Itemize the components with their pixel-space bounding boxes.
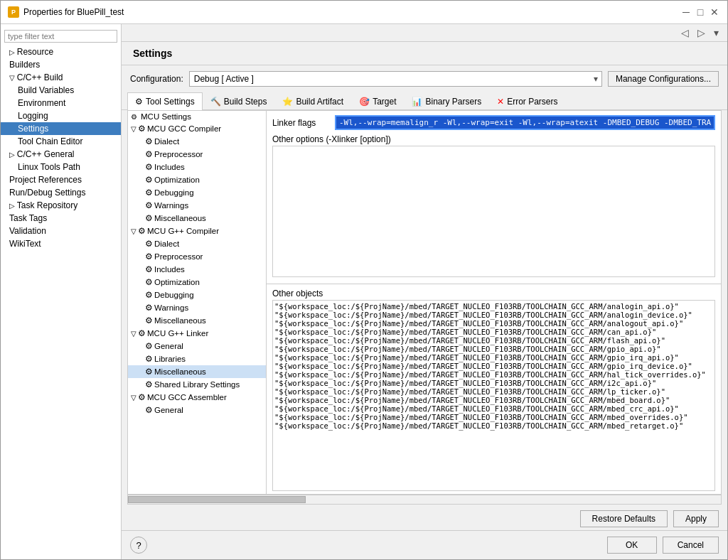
list-item: "${workspace_loc:/${ProjName}/mbed/TARGE…	[274, 396, 713, 404]
sidebar-item-project-references[interactable]: Project References	[1, 173, 121, 186]
forward-button[interactable]: ▷	[695, 26, 708, 40]
list-item: "${workspace_loc:/${ProjName}/mbed/TARGE…	[274, 362, 713, 370]
gear-icon: ⚙	[145, 316, 153, 325]
tree-item-warnings-2[interactable]: ⚙ Warnings	[128, 301, 266, 314]
horizontal-scrollbar[interactable]	[127, 495, 722, 505]
sidebar-item-environment[interactable]: Environment	[1, 97, 121, 109]
tab-build-steps[interactable]: 🔨 Build Steps	[203, 92, 275, 110]
apply-button[interactable]: Apply	[673, 510, 719, 527]
tree-item-dialect-2[interactable]: ⚙ Dialect	[128, 237, 266, 250]
expand-arrow-ccpp: ▽	[9, 74, 17, 82]
gear-icon: ⚙	[145, 188, 153, 198]
sidebar-item-linux-tools[interactable]: Linux Tools Path	[1, 161, 121, 173]
gear-icon: ⚙	[145, 200, 153, 210]
tab-error-parsers[interactable]: ✕ Error Parsers	[489, 92, 565, 110]
tree-item-misc-2[interactable]: ⚙ Miscellaneous	[128, 314, 266, 327]
sidebar-item-validation[interactable]: Validation	[1, 225, 121, 237]
other-options-textarea[interactable]	[272, 146, 715, 277]
nav-bar: ◁ ▷ ▾	[122, 24, 727, 42]
list-item: "${workspace_loc:/${ProjName}/mbed/TARGE…	[274, 319, 713, 328]
action-buttons-row: Restore Defaults Apply	[122, 507, 727, 530]
sidebar-item-run-debug[interactable]: Run/Debug Settings	[1, 186, 121, 199]
linker-flags-label: Linker flags	[272, 118, 329, 128]
tree-item-dialect-1[interactable]: ⚙ Dialect	[128, 135, 266, 148]
back-button[interactable]: ◁	[678, 26, 692, 40]
tab-binary-parsers[interactable]: 📊 Binary Parsers	[404, 92, 489, 110]
gear-icon: ⚙	[145, 252, 153, 262]
sidebar-item-build-variables[interactable]: Build Variables	[1, 84, 121, 97]
binary-parsers-icon: 📊	[412, 97, 422, 107]
list-item: "${workspace_loc:/${ProjName}/mbed/TARGE…	[274, 370, 713, 379]
tree-item-shared-library[interactable]: ⚙ Shared Library Settings	[128, 378, 266, 391]
tab-tool-settings[interactable]: ⚙ Tool Settings	[127, 92, 203, 110]
sidebar-item-resource[interactable]: ▷ Resource	[1, 45, 121, 58]
tab-build-artifact[interactable]: ⭐ Build Artifact	[274, 92, 351, 110]
other-options-label: Other options (-Xlinker [option])	[272, 134, 715, 144]
help-button[interactable]: ?	[130, 537, 147, 554]
tree-item-preprocessor-1[interactable]: ⚙ Preprocessor	[128, 148, 266, 161]
tree-item-mcu-gpp-linker[interactable]: ▽ ⚙ MCU G++ Linker	[128, 327, 266, 340]
tree-item-mcu-settings[interactable]: ⚙ MCU Settings	[128, 111, 266, 122]
sidebar: ▷ Resource Builders ▽ C/C++ Build Build …	[1, 24, 122, 559]
close-button[interactable]: ✕	[709, 6, 720, 18]
list-item: "${workspace_loc:/${ProjName}/mbed/TARGE…	[274, 404, 713, 413]
tree-item-mcu-gpp-compiler[interactable]: ▽ ⚙ MCU G++ Compiler	[128, 225, 266, 237]
sidebar-item-ccpp-general[interactable]: ▷ C/C++ General	[1, 148, 121, 161]
linker-flags-input[interactable]	[335, 115, 715, 130]
list-item: "${workspace_loc:/${ProjName}/mbed/TARGE…	[274, 328, 713, 336]
titlebar-controls[interactable]: ─ □ ✕	[680, 6, 720, 18]
filter-input[interactable]	[4, 30, 117, 43]
maximize-button[interactable]: □	[695, 6, 706, 18]
sidebar-item-settings[interactable]: Settings	[1, 122, 121, 135]
list-item: "${workspace_loc:/${ProjName}/mbed/TARGE…	[274, 336, 713, 345]
expand-arrow: ▷	[9, 48, 17, 56]
window-title: Properties for BluePill_test	[23, 7, 124, 17]
scrollbar-thumb[interactable]	[128, 496, 306, 503]
cancel-button[interactable]: Cancel	[663, 537, 719, 554]
tree-item-debugging-1[interactable]: ⚙ Debugging	[128, 186, 266, 199]
restore-defaults-button[interactable]: Restore Defaults	[580, 510, 668, 527]
tree-item-includes-1[interactable]: ⚙ Includes	[128, 161, 266, 173]
tree-item-debugging-2[interactable]: ⚙ Debugging	[128, 289, 266, 301]
sidebar-item-toolchain-editor[interactable]: Tool Chain Editor	[1, 135, 121, 148]
sidebar-item-task-tags[interactable]: Task Tags	[1, 212, 121, 225]
gear-icon: ⚙	[145, 136, 153, 146]
sidebar-item-ccpp-build[interactable]: ▽ C/C++ Build	[1, 71, 121, 84]
sidebar-item-task-repository[interactable]: ▷ Task Repository	[1, 199, 121, 212]
manage-configurations-button[interactable]: Manage Configurations...	[608, 71, 719, 87]
minimize-button[interactable]: ─	[680, 6, 692, 18]
tree-item-optimization-1[interactable]: ⚙ Optimization	[128, 173, 266, 186]
tab-target[interactable]: 🎯 Target	[351, 92, 404, 110]
list-item: "${workspace_loc:/${ProjName}/mbed/TARGE…	[274, 311, 713, 319]
main-content: ▷ Resource Builders ▽ C/C++ Build Build …	[1, 24, 727, 559]
gear-icon: ⚙	[145, 277, 153, 287]
tree-item-preprocessor-2[interactable]: ⚙ Preprocessor	[128, 250, 266, 263]
list-item: "${workspace_loc:/${ProjName}/mbed/TARGE…	[274, 345, 713, 353]
other-objects-list[interactable]: "${workspace_loc:/${ProjName}/mbed/TARGE…	[272, 300, 715, 491]
gear-icon: ⚙	[145, 239, 153, 249]
gear-icon: ⚙	[145, 264, 153, 274]
gear-icon: ⚙	[145, 405, 153, 415]
expand-icon: ▽	[131, 330, 136, 338]
tree-item-warnings-1[interactable]: ⚙ Warnings	[128, 199, 266, 212]
sidebar-item-logging[interactable]: Logging	[1, 109, 121, 122]
build-steps-icon: 🔨	[210, 97, 221, 107]
tree-item-includes-2[interactable]: ⚙ Includes	[128, 263, 266, 276]
tree-item-general-assembler[interactable]: ⚙ General	[128, 404, 266, 416]
dropdown-nav-button[interactable]: ▾	[711, 26, 722, 40]
config-select-wrapper: Debug [ Active ]	[189, 71, 602, 87]
tree-item-miscellaneous-linker[interactable]: ⚙ Miscellaneous	[128, 365, 266, 378]
compiler-icon: ⚙	[138, 226, 146, 236]
tree-item-libraries[interactable]: ⚙ Libraries	[128, 352, 266, 365]
tree-item-misc-1[interactable]: ⚙ Miscellaneous	[128, 212, 266, 225]
tree-item-mcu-gcc-compiler[interactable]: ▽ ⚙ MCU GCC Compiler	[128, 122, 266, 135]
tree-item-general-linker[interactable]: ⚙ General	[128, 340, 266, 352]
list-item: "${workspace_loc:/${ProjName}/mbed/TARGE…	[274, 387, 713, 396]
sidebar-item-builders[interactable]: Builders	[1, 58, 121, 71]
tree-item-optimization-2[interactable]: ⚙ Optimization	[128, 276, 266, 289]
config-select[interactable]: Debug [ Active ]	[189, 71, 602, 87]
tree-item-mcu-gcc-assembler[interactable]: ▽ ⚙ MCU GCC Assembler	[128, 391, 266, 404]
gear-icon: ⚙	[145, 354, 153, 364]
ok-button[interactable]: OK	[607, 537, 657, 554]
sidebar-item-wikitext[interactable]: WikiText	[1, 237, 121, 250]
